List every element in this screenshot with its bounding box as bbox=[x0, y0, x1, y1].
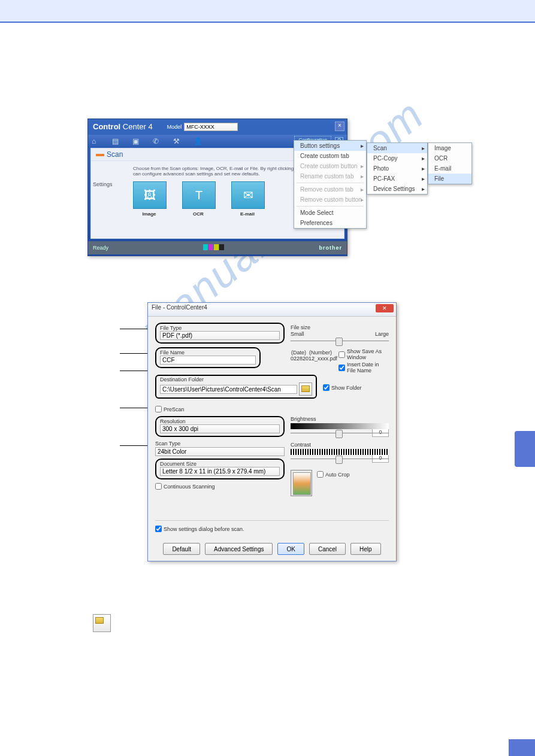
callout-line bbox=[120, 408, 151, 408]
prescan-checkbox[interactable]: PreScan bbox=[155, 406, 389, 412]
file-type-select[interactable]: PDF (*.pdf) bbox=[160, 331, 280, 340]
ocr-icon: T bbox=[195, 189, 202, 202]
file-type-group: File Type PDF (*.pdf) bbox=[155, 323, 285, 344]
scan-type-label: Scan Type bbox=[155, 441, 285, 447]
scan-submenu: Image OCR E-mail File bbox=[428, 142, 472, 184]
tools-icon[interactable]: ⚒ bbox=[173, 137, 184, 145]
insert-date-checkbox[interactable]: Insert Date in File Name bbox=[338, 362, 389, 374]
scan-ocr-button[interactable]: TOCR bbox=[182, 181, 214, 217]
file-name-input[interactable] bbox=[160, 356, 256, 365]
file-size-slider[interactable] bbox=[291, 341, 389, 341]
config-menu: Button settings▸ Create custom tab Creat… bbox=[294, 140, 367, 229]
dest-folder-group: Destination Folder bbox=[155, 375, 317, 399]
brightness-gradient bbox=[291, 423, 389, 429]
show-save-checkbox[interactable]: Show Save As Window bbox=[338, 348, 389, 360]
menu-create-button: Create custom button▸ bbox=[294, 161, 366, 171]
scan-image-button[interactable]: 🖼Image bbox=[133, 181, 165, 217]
page-header-stripe bbox=[0, 0, 535, 23]
callout-line bbox=[120, 329, 151, 329]
photo-icon[interactable]: ▣ bbox=[132, 137, 143, 145]
dest-folder-input[interactable] bbox=[160, 385, 297, 394]
ink-levels bbox=[203, 244, 225, 251]
menu-remove-tab: Remove custom tab▸ bbox=[294, 184, 366, 195]
cc4-titlebar: Control Center 4 Model MFC-XXXX bbox=[88, 119, 347, 135]
brightness-slider[interactable] bbox=[291, 433, 389, 433]
resolution-group: Resolution 300 x 300 dpi bbox=[155, 416, 285, 437]
show-before-scan-checkbox[interactable]: Show settings dialog before scan. bbox=[155, 526, 389, 532]
submenu-pccopy[interactable]: PC-Copy▸ bbox=[367, 153, 427, 163]
menu-rename-tab: Rename custom tab▸ bbox=[294, 171, 366, 181]
menu-create-tab[interactable]: Create custom tab bbox=[294, 151, 366, 161]
show-folder-checkbox[interactable]: Show Folder bbox=[323, 384, 389, 391]
submenu-photo[interactable]: Photo▸ bbox=[367, 163, 427, 174]
scan-type-select[interactable]: 24bit Color bbox=[155, 447, 285, 456]
model-label: Model bbox=[167, 120, 182, 134]
menu-remove-button: Remove custom button▸ bbox=[294, 195, 366, 205]
scan-submenu-ocr[interactable]: OCR bbox=[428, 153, 471, 163]
brand-logo: brother bbox=[319, 245, 342, 251]
close-icon[interactable]: × bbox=[335, 122, 344, 131]
scan-submenu-file[interactable]: File bbox=[428, 174, 471, 184]
cancel-button[interactable]: Cancel bbox=[309, 543, 346, 555]
model-select[interactable]: MFC-XXXX bbox=[184, 123, 238, 131]
scan-submenu-email[interactable]: E-mail bbox=[428, 163, 471, 174]
docsize-select[interactable]: Letter 8 1/2 x 11 in (215.9 x 279.4 mm) bbox=[160, 467, 280, 476]
file-name-group: File Name bbox=[155, 347, 261, 368]
resolution-select[interactable]: 300 x 300 dpi bbox=[160, 424, 280, 433]
submenu-device[interactable]: Device Settings▸ bbox=[367, 184, 427, 194]
menu-preferences[interactable]: Preferences bbox=[294, 218, 366, 228]
scan-submenu-image[interactable]: Image bbox=[428, 143, 471, 153]
file-size-small: Small bbox=[291, 331, 304, 337]
contrast-slider[interactable] bbox=[291, 459, 389, 459]
menu-mode-select[interactable]: Mode Select bbox=[294, 208, 366, 218]
contrast-gradient bbox=[291, 449, 389, 455]
dialog-close-icon[interactable]: ✕ bbox=[376, 304, 394, 312]
scan-email-button[interactable]: ✉E-mail bbox=[231, 181, 264, 217]
brightness-label: Brightness bbox=[291, 416, 389, 422]
dialog-titlebar: File - ControlCenter4 ✕ bbox=[148, 303, 396, 317]
button-settings-submenu: Scan▸ PC-Copy▸ Photo▸ PC-FAX▸ Device Set… bbox=[367, 142, 428, 195]
continuous-scan-checkbox[interactable]: Continuous Scanning bbox=[155, 483, 285, 490]
callout-line bbox=[120, 353, 151, 354]
filename-preview: 02282012_xxxx.pdf bbox=[291, 356, 333, 362]
email-icon: ✉ bbox=[243, 188, 253, 202]
side-tab bbox=[515, 431, 535, 467]
callout-line bbox=[120, 371, 151, 371]
file-size-label: File size bbox=[291, 324, 389, 330]
folder-icon bbox=[93, 614, 111, 632]
user-icon[interactable]: 👤 bbox=[194, 137, 204, 145]
submenu-scan[interactable]: Scan▸ bbox=[367, 143, 427, 153]
contrast-label: Contrast bbox=[291, 442, 389, 448]
file-size-large: Large bbox=[375, 331, 389, 337]
scan-icon[interactable]: ⌂ bbox=[92, 137, 102, 145]
default-button[interactable]: Default bbox=[163, 543, 200, 555]
page-corner bbox=[509, 739, 535, 756]
preview-thumbnail bbox=[291, 470, 312, 496]
browse-folder-icon[interactable] bbox=[299, 382, 312, 396]
docsize-group: Document Size Letter 8 1/2 x 11 in (215.… bbox=[155, 459, 285, 479]
status-text: Ready bbox=[93, 245, 108, 251]
autocrop-checkbox[interactable]: Auto Crop bbox=[317, 471, 350, 478]
advanced-settings-button[interactable]: Advanced Settings bbox=[205, 543, 273, 555]
file-settings-dialog: File - ControlCenter4 ✕ File Type PDF (*… bbox=[147, 302, 397, 561]
menu-button-settings[interactable]: Button settings▸ bbox=[294, 141, 366, 151]
help-button[interactable]: Help bbox=[350, 543, 381, 555]
image-icon: 🖼 bbox=[144, 189, 156, 202]
ok-button[interactable]: OK bbox=[277, 543, 304, 555]
fax-icon[interactable]: ✆ bbox=[153, 137, 164, 145]
callout-line bbox=[120, 445, 151, 446]
settings-label[interactable]: Settings bbox=[93, 181, 113, 187]
submenu-pcfax[interactable]: PC-FAX▸ bbox=[367, 174, 427, 184]
doc-icon[interactable]: ▤ bbox=[112, 137, 123, 145]
